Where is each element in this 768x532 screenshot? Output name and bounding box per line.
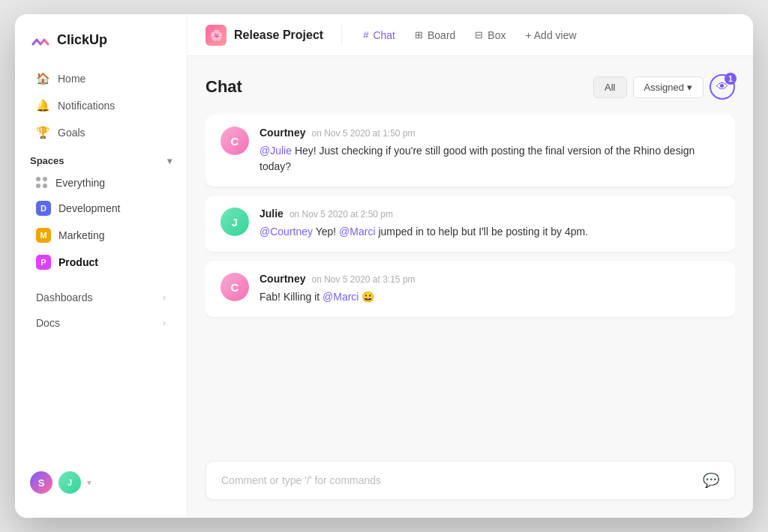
secondary-avatar: J	[58, 471, 81, 494]
mention-courtney[interactable]: @Courtney	[260, 226, 313, 238]
spaces-label: Spaces	[30, 155, 64, 166]
watch-badge: 1	[724, 73, 736, 85]
board-icon: ⊞	[415, 29, 423, 40]
mention-marci-2[interactable]: @Marci	[322, 291, 358, 303]
msg-content-2: Julie on Nov 5 2020 at 2:50 pm @Courtney…	[260, 208, 720, 240]
dashboards-label: Dashboards	[36, 291, 93, 303]
tab-chat-label: Chat	[373, 29, 395, 41]
julie-avatar: J	[220, 208, 249, 236]
msg-header-3: Courtney on Nov 5 2020 at 3:15 pm	[260, 273, 720, 285]
msg-body-1: Hey! Just checking if you're still good …	[260, 145, 694, 172]
message-1: C Courtney on Nov 5 2020 at 1:50 pm @Jul…	[206, 115, 735, 187]
clickup-icon	[30, 29, 51, 50]
home-icon: 🏠	[36, 72, 50, 85]
add-view-button[interactable]: + Add view	[516, 25, 585, 46]
chevron-right-icon: ›	[163, 292, 166, 303]
filter-assigned-button[interactable]: Assigned ▾	[633, 76, 704, 98]
project-info: 🌸 Release Project	[206, 25, 342, 46]
assigned-label: Assigned	[644, 82, 684, 93]
tab-board[interactable]: ⊞ Board	[406, 25, 464, 46]
main-content: 🌸 Release Project # Chat ⊞ Board ⊟ Box	[188, 14, 753, 518]
msg-time-3: on Nov 5 2020 at 3:15 pm	[311, 274, 415, 285]
sidebar-label-everything: Everything	[56, 177, 105, 189]
sidebar-label-development: Development	[58, 202, 121, 214]
msg-text-2: @Courtney Yep! @Marci jumped in to help …	[260, 224, 720, 240]
watch-button[interactable]: 👁 1	[710, 74, 735, 100]
msg-text-1: @Julie Hey! Just checking if you're stil…	[260, 143, 720, 175]
tabs: # Chat ⊞ Board ⊟ Box + Add view	[342, 25, 585, 46]
goals-icon: 🏆	[36, 126, 50, 139]
marketing-badge: M	[36, 228, 51, 243]
development-badge: D	[36, 201, 51, 216]
mention-marci[interactable]: @Marci	[339, 226, 375, 238]
msg-body-2a: Yep!	[316, 226, 339, 238]
courtney-avatar-2: C	[220, 273, 249, 301]
sidebar-label-notifications: Notifications	[58, 100, 115, 112]
sidebar-user[interactable]: S J ▾	[15, 462, 187, 503]
sidebar-label-goals: Goals	[58, 127, 86, 139]
send-icon[interactable]: 💬	[703, 472, 719, 489]
sidebar-item-everything[interactable]: Everything	[21, 172, 181, 194]
msg-emoji-3: 😀	[362, 291, 374, 303]
box-icon: ⊟	[475, 29, 483, 40]
msg-author-1: Courtney	[260, 127, 305, 139]
chat-container: Chat All Assigned ▾ 👁 1 C	[188, 56, 753, 518]
assigned-chevron-icon: ▾	[687, 82, 692, 93]
project-title: Release Project	[234, 28, 323, 42]
msg-text-3: Fab! Killing it @Marci 😀	[260, 289, 720, 305]
msg-header-2: Julie on Nov 5 2020 at 2:50 pm	[260, 208, 720, 220]
chat-filters: All Assigned ▾ 👁 1	[593, 74, 735, 100]
tab-box-label: Box	[488, 29, 506, 41]
msg-body-2b: jumped in to help but I'll be posting it…	[378, 226, 588, 238]
tab-box[interactable]: ⊟ Box	[466, 25, 514, 46]
msg-header-1: Courtney on Nov 5 2020 at 1:50 pm	[260, 127, 720, 139]
project-icon: 🌸	[206, 25, 226, 46]
msg-content-1: Courtney on Nov 5 2020 at 1:50 pm @Julie…	[260, 127, 720, 175]
app-name: ClickUp	[57, 32, 107, 48]
docs-label: Docs	[36, 317, 60, 329]
user-avatar: S	[30, 471, 52, 494]
chat-title: Chat	[206, 77, 242, 97]
msg-time-2: on Nov 5 2020 at 2:50 pm	[290, 209, 393, 220]
messages-list: C Courtney on Nov 5 2020 at 1:50 pm @Jul…	[206, 115, 735, 449]
courtney-avatar-1: C	[220, 127, 249, 155]
msg-author-3: Courtney	[260, 273, 305, 285]
sidebar-item-development[interactable]: D Development	[21, 196, 181, 221]
user-menu-chevron: ▾	[87, 477, 92, 488]
add-view-label: + Add view	[525, 29, 576, 41]
msg-author-2: Julie	[260, 208, 284, 220]
message-3: C Courtney on Nov 5 2020 at 3:15 pm Fab!…	[206, 261, 735, 317]
msg-content-3: Courtney on Nov 5 2020 at 3:15 pm Fab! K…	[260, 273, 720, 305]
spaces-section: Spaces ▾	[15, 146, 187, 171]
sidebar-label-product: Product	[58, 256, 98, 268]
mention-julie[interactable]: @Julie	[260, 145, 292, 157]
logo[interactable]: ClickUp	[15, 29, 187, 65]
product-badge: P	[36, 255, 51, 270]
spaces-chevron-icon[interactable]: ▾	[167, 156, 172, 166]
sidebar: ClickUp 🏠 Home 🔔 Notifications 🏆 Goals S…	[15, 14, 188, 518]
sidebar-item-docs[interactable]: Docs ›	[21, 311, 181, 335]
sidebar-label-home: Home	[58, 73, 86, 85]
chevron-right-icon-2: ›	[163, 318, 166, 328]
sidebar-item-dashboards[interactable]: Dashboards ›	[21, 285, 181, 309]
sidebar-item-marketing[interactable]: M Marketing	[21, 223, 181, 248]
comment-placeholder: Comment or type '/' for commands	[221, 474, 381, 486]
message-2: J Julie on Nov 5 2020 at 2:50 pm @Courtn…	[206, 196, 735, 252]
sidebar-item-home[interactable]: 🏠 Home	[21, 66, 181, 91]
everything-icon	[36, 177, 48, 189]
hash-icon: #	[363, 29, 368, 40]
tab-board-label: Board	[428, 29, 455, 41]
sidebar-label-marketing: Marketing	[58, 229, 104, 241]
comment-input-area[interactable]: Comment or type '/' for commands 💬	[206, 461, 735, 500]
bell-icon: 🔔	[36, 99, 50, 112]
sidebar-item-goals[interactable]: 🏆 Goals	[21, 120, 181, 145]
topbar: 🌸 Release Project # Chat ⊞ Board ⊟ Box	[188, 14, 753, 56]
msg-time-1: on Nov 5 2020 at 1:50 pm	[311, 128, 415, 139]
sidebar-item-product[interactable]: P Product	[21, 250, 181, 275]
chat-header: Chat All Assigned ▾ 👁 1	[206, 74, 735, 100]
tab-chat[interactable]: # Chat	[354, 25, 404, 46]
sidebar-item-notifications[interactable]: 🔔 Notifications	[21, 93, 181, 118]
msg-body-3a: Fab! Killing it	[260, 291, 322, 303]
filter-all-button[interactable]: All	[593, 76, 626, 98]
